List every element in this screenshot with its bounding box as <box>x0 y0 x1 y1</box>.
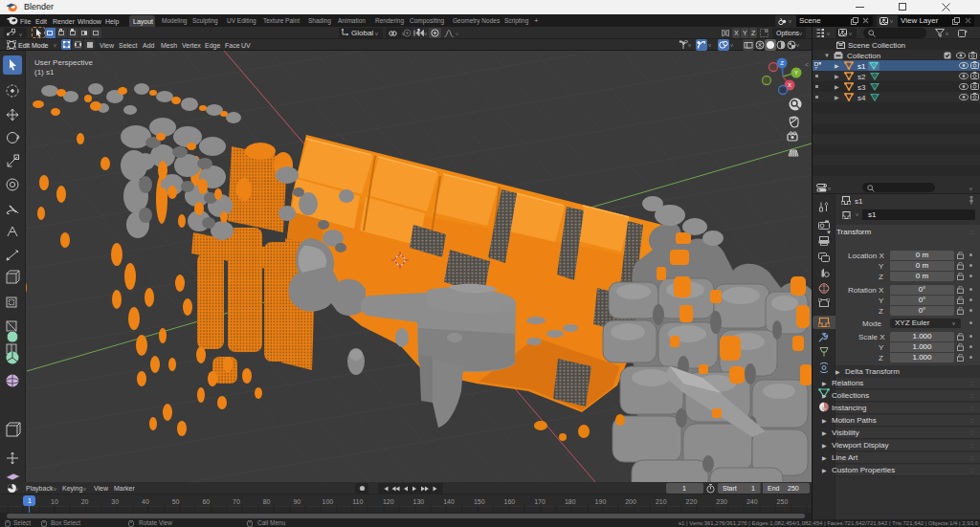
svg-text:X: X <box>788 82 791 88</box>
svg-text:Z: Z <box>780 60 784 66</box>
svg-text:<: < <box>805 61 809 68</box>
svg-text:Y: Y <box>794 70 798 76</box>
